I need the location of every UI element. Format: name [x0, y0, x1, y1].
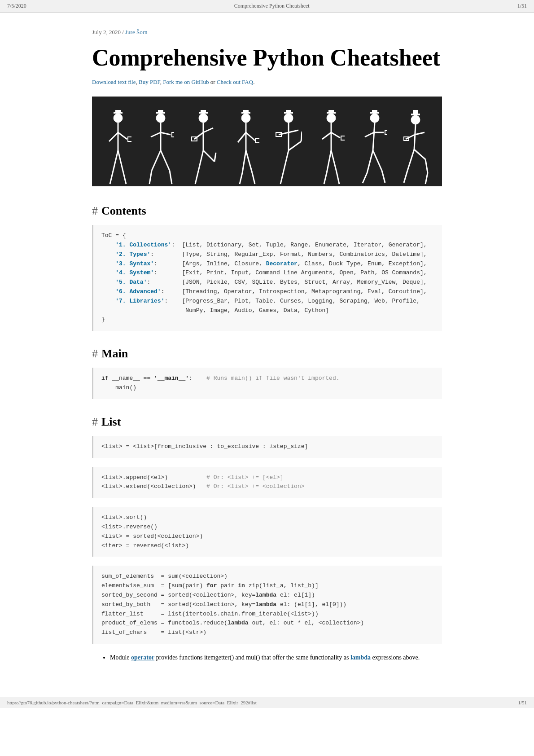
- svg-line-67: [373, 123, 375, 150]
- figure-6: [318, 110, 345, 186]
- svg-rect-65: [341, 136, 345, 140]
- figure-3: [190, 110, 217, 186]
- browser-bar: 7/5/2020 Comprehensive Python Cheatsheet…: [0, 0, 534, 13]
- checkout-faq-link[interactable]: Check out FAQ: [217, 79, 253, 85]
- list-append: <list>.append(<el>) # Or: <list> += [<el…: [101, 474, 284, 481]
- svg-rect-20: [158, 110, 163, 113]
- svg-rect-42: [243, 110, 249, 113]
- main-title: Main: [101, 347, 128, 360]
- buy-pdf-link[interactable]: Buy PDF: [139, 79, 160, 85]
- svg-line-57: [322, 132, 331, 139]
- svg-line-48: [283, 150, 289, 173]
- svg-line-4: [113, 150, 118, 173]
- main-code-block: if __name__ == '__main__': # Runs main()…: [92, 368, 442, 399]
- svg-line-2: [109, 132, 118, 141]
- elementwise-sum: elementwise_sum = [sum(pair) for pair in…: [101, 582, 319, 589]
- contents-title: Contents: [101, 204, 146, 218]
- svg-line-38: [246, 150, 252, 173]
- svg-line-81: [407, 149, 414, 171]
- bottom-url: https://gto76.github.io/python-cheatshee…: [7, 700, 257, 705]
- svg-line-5: [118, 150, 123, 173]
- bottom-bar: https://gto76.github.io/python-cheatshee…: [0, 697, 534, 708]
- svg-line-60: [331, 150, 337, 172]
- figure-8: [403, 110, 430, 186]
- bullet-list: Module operator provides functions itemg…: [101, 653, 442, 663]
- svg-line-16: [161, 150, 170, 171]
- svg-line-85: [425, 173, 428, 184]
- svg-line-6: [110, 173, 113, 184]
- svg-line-72: [363, 173, 367, 183]
- toc-line-2: '2. Types': [Type, String, Regular_Exp, …: [101, 251, 427, 258]
- contents-heading: # Contents: [92, 204, 442, 218]
- svg-line-78: [414, 124, 416, 149]
- fork-github-link[interactable]: Fork me on GitHub: [163, 79, 209, 85]
- svg-rect-75: [372, 110, 377, 113]
- main-hash: #: [92, 347, 98, 360]
- browser-page-info: 1/51: [517, 3, 527, 9]
- toc-line-1: '1. Collections': [List, Dictionary, Set…: [101, 242, 427, 248]
- svg-point-11: [156, 114, 165, 123]
- list-sort: <list>.sort(): [101, 514, 147, 521]
- svg-point-77: [411, 115, 420, 124]
- hero-image: [92, 97, 442, 186]
- svg-point-66: [370, 114, 379, 123]
- svg-line-58: [331, 132, 340, 138]
- svg-rect-87: [413, 110, 418, 114]
- svg-line-13: [151, 132, 161, 137]
- article-meta: July 2, 2020 / Jure Šorn: [92, 29, 442, 36]
- list-heading: # List: [92, 415, 442, 429]
- svg-line-26: [198, 150, 203, 173]
- svg-line-25: [203, 128, 213, 132]
- svg-line-73: [382, 171, 385, 183]
- svg-line-61: [324, 173, 327, 184]
- operator-link[interactable]: operator: [131, 654, 154, 661]
- browser-title: Comprehensive Python Cheatsheet: [234, 3, 310, 9]
- lambda-text: lambda: [350, 654, 371, 661]
- page-title: Comprehensive Python Cheatsheet: [92, 45, 442, 70]
- svg-point-0: [114, 114, 123, 123]
- svg-line-49: [289, 141, 301, 150]
- toc-line-3: '3. Syntax': [Args, Inline, Closure, Dec…: [101, 260, 427, 267]
- figure-4: [232, 110, 259, 186]
- main-heading: # Main: [92, 347, 442, 360]
- svg-line-35: [238, 132, 246, 142]
- article-date: July 2, 2020: [92, 29, 121, 35]
- svg-line-71: [373, 150, 382, 171]
- hero-figures: [92, 97, 442, 186]
- bottom-page: 1/51: [518, 700, 527, 705]
- svg-line-39: [240, 173, 242, 184]
- svg-line-84: [425, 159, 428, 173]
- sorted-by-both: sorted_by_both = sorted(<collection>, ke…: [101, 601, 346, 608]
- list-slice-code: <list> = <list>[from_inclusive : to_excl…: [101, 443, 308, 450]
- list-code-block-2: <list>.append(<el>) # Or: <list> += [<el…: [92, 467, 442, 498]
- svg-rect-10: [128, 137, 131, 141]
- list-extend: <list>.extend(<collection>) # Or: <list>…: [101, 483, 304, 490]
- flatter-list: flatter_list = list(itertools.chain.from…: [101, 611, 319, 617]
- main-code-line2: main(): [101, 384, 136, 391]
- svg-line-62: [337, 172, 339, 184]
- svg-line-14: [161, 132, 171, 135]
- svg-line-70: [367, 150, 373, 173]
- toc-line-0: ToC = {: [101, 232, 126, 239]
- product-of-elems: product_of_elems = functools.reduce(lamb…: [101, 620, 364, 626]
- toc-line-4: '4. System': [Exit, Print, Input, Comman…: [101, 269, 427, 276]
- article-author-link[interactable]: Jure Šorn: [125, 29, 147, 35]
- svg-rect-21: [172, 132, 174, 137]
- svg-line-28: [195, 173, 198, 184]
- list-code-block-1: <list> = <list>[from_inclusive : to_excl…: [92, 436, 442, 458]
- toc-code-block: ToC = { '1. Collections': [List, Diction…: [92, 225, 442, 331]
- list-code-block-3: <list>.sort() <list>.reverse() <list> = …: [92, 507, 442, 557]
- svg-line-83: [404, 171, 407, 183]
- svg-point-55: [327, 114, 336, 123]
- svg-line-59: [327, 150, 331, 173]
- svg-line-82: [414, 149, 425, 159]
- main-code-line1: if __name__ == '__main__': # Runs main()…: [101, 375, 340, 382]
- download-text-link[interactable]: Download text file: [92, 79, 136, 85]
- list-title: List: [101, 415, 121, 429]
- svg-line-27: [203, 150, 214, 162]
- svg-line-40: [252, 173, 255, 184]
- content-wrapper: July 2, 2020 / Jure Šorn Comprehensive P…: [74, 13, 460, 697]
- svg-line-68: [365, 132, 374, 137]
- list-code-block-4: sum_of_elements = sum(<collection>) elem…: [92, 566, 442, 644]
- svg-line-29: [214, 153, 216, 162]
